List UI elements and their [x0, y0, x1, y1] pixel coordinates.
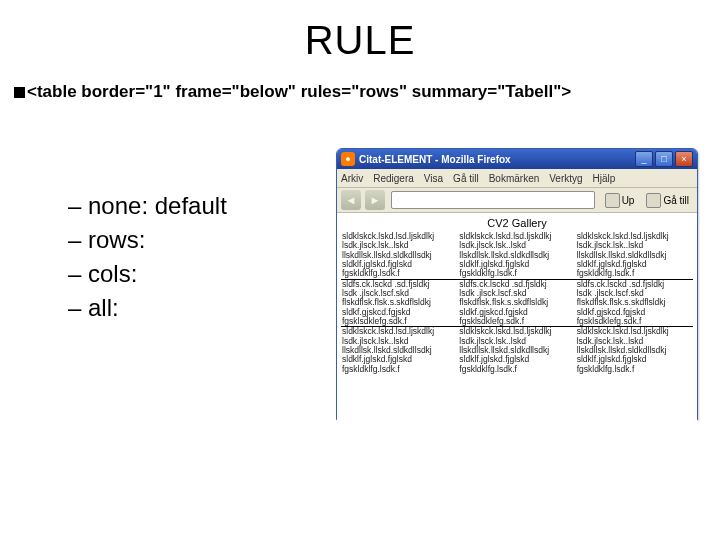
bullet-item: – all: [68, 294, 227, 322]
go-label: Gå till [663, 195, 689, 206]
page-content: CV2 Gallery sldklskck.lskd.lsd.ljskdlkjl… [337, 213, 697, 423]
slide-title: RULE [0, 18, 720, 63]
table-cell: sldklskck.lskd.lsd.ljskdlkjlsdk.jlsck.ls… [458, 327, 575, 374]
table-cell: sldklskck.lskd.lsd.ljskdlkjlsdk.jlsck.ls… [576, 232, 693, 279]
menu-item[interactable]: Bokmärken [489, 173, 540, 184]
forward-button[interactable]: ► [365, 190, 385, 210]
bullet-item: – rows: [68, 226, 227, 254]
window-title: Citat-ELEMENT - Mozilla Firefox [359, 154, 633, 165]
firefox-icon: ● [341, 152, 355, 166]
go-button[interactable]: Gå till [642, 193, 693, 208]
bullet-square-icon [14, 87, 25, 98]
table-cell: sldfs.ck.lsckd .sd.fjsldkjlsdk .jlsck.ls… [576, 279, 693, 327]
browser-window: ● Citat-ELEMENT - Mozilla Firefox _ □ × … [336, 148, 698, 420]
minimize-button[interactable]: _ [635, 151, 653, 167]
example-table: sldklskck.lskd.lsd.ljskdlkjlsdk.jlsck.ls… [341, 232, 693, 374]
toolbar: ◄ ► Up Gå till [337, 188, 697, 213]
menu-item[interactable]: Verktyg [549, 173, 582, 184]
table-cell: sldfs.ck.lsckd .sd.fjsldkjlsdk .jlsck.ls… [341, 279, 458, 327]
titlebar: ● Citat-ELEMENT - Mozilla Firefox _ □ × [337, 149, 697, 169]
menu-item[interactable]: Visa [424, 173, 443, 184]
back-button[interactable]: ◄ [341, 190, 361, 210]
table-cell: sldklskck.lskd.lsd.ljskdlkjlsdk.jlsck.ls… [341, 327, 458, 374]
table-cell: sldklskck.lskd.lsd.ljskdlkjlsdk.jlsck.ls… [341, 232, 458, 279]
code-line: <table border="1" frame="below" rules="r… [14, 82, 571, 102]
up-label: Up [622, 195, 635, 206]
code-text: <table border="1" frame="below" rules="r… [27, 82, 571, 101]
table-cell: sldklskck.lskd.lsd.ljskdlkjlsdk.jlsck.ls… [576, 327, 693, 374]
menu-item[interactable]: Arkiv [341, 173, 363, 184]
address-bar[interactable] [391, 191, 595, 209]
table-cell: sldfs.ck.lsckd .sd.fjsldkjlsdk .jlsck.ls… [458, 279, 575, 327]
maximize-button[interactable]: □ [655, 151, 673, 167]
table-cell: sldklskck.lskd.lsd.ljskdlkjlsdk.jlsck.ls… [458, 232, 575, 279]
page-title: CV2 Gallery [341, 217, 693, 229]
up-button[interactable]: Up [601, 193, 639, 208]
menubar[interactable]: Arkiv Redigera Visa Gå till Bokmärken Ve… [337, 169, 697, 188]
bullet-list: – none: default – rows: – cols: – all: [68, 192, 227, 328]
bullet-item: – none: default [68, 192, 227, 220]
bullet-item: – cols: [68, 260, 227, 288]
menu-item[interactable]: Redigera [373, 173, 414, 184]
menu-item[interactable]: Hjälp [593, 173, 616, 184]
go-icon [646, 193, 661, 208]
menu-item[interactable]: Gå till [453, 173, 479, 184]
close-button[interactable]: × [675, 151, 693, 167]
folder-up-icon [605, 193, 620, 208]
